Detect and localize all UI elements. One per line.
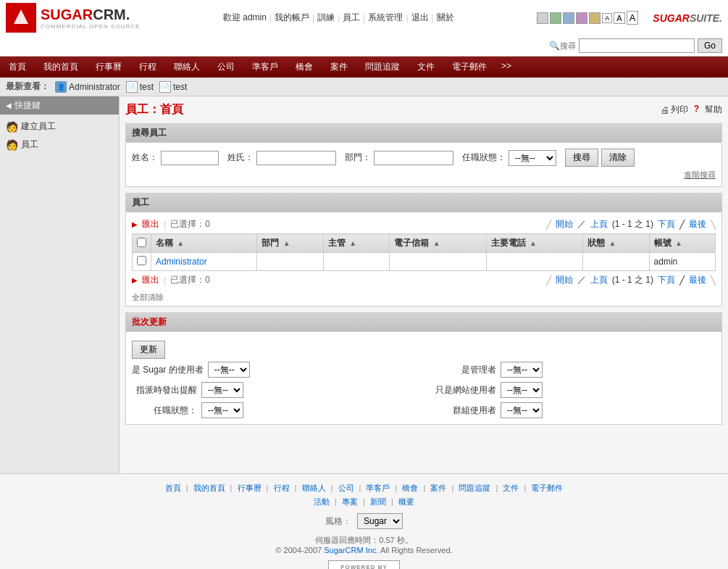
server-info: 伺服器回應時間：0.57 秒。 [9, 535, 719, 546]
nav-activities[interactable]: 行程 [130, 57, 165, 78]
footer-bugs[interactable]: 問題追蹤 [459, 483, 490, 492]
nav-leads[interactable]: 準客戶 [243, 57, 287, 78]
nav-contacts[interactable]: 聯絡人 [165, 57, 209, 78]
recently-viewed-item-admin[interactable]: 👤 Administrator [55, 81, 120, 93]
nav-more[interactable]: >> [495, 57, 517, 75]
font-large-button[interactable]: A [627, 11, 639, 25]
nav-start-link[interactable]: 開始 [556, 218, 573, 230]
logo-icon [6, 3, 36, 33]
search-label: 搜尋 [560, 41, 576, 51]
nav-home[interactable]: 首頁 [0, 57, 35, 78]
last-name-input[interactable] [256, 151, 336, 165]
recently-viewed-item-test1[interactable]: 📄 test [126, 81, 154, 93]
print-link[interactable]: 🖨 列印 [661, 104, 688, 116]
top-nav-logout[interactable]: 退出 [411, 12, 429, 24]
footer-activities-link[interactable]: 活動 [314, 497, 330, 506]
nav-my-home[interactable]: 我的首頁 [35, 57, 87, 78]
bulk-sugar-user-select[interactable]: --無-- [208, 362, 250, 378]
slash-icon: ╱ [546, 220, 551, 230]
row-checkbox[interactable] [137, 256, 146, 265]
bulk-is-admin-label: 是管理者 [431, 364, 496, 376]
theme-gold[interactable] [589, 12, 601, 24]
top-nav-account[interactable]: 我的帳戶 [275, 12, 309, 24]
nav-opportunities[interactable]: 橋會 [287, 57, 322, 78]
top-nav-about[interactable]: 關於 [437, 12, 454, 24]
sidebar-item-create-employee[interactable]: 🧑 建立員工 [0, 117, 119, 136]
nav-end-link[interactable]: 最後 [689, 218, 706, 230]
update-button[interactable]: 更新 [132, 341, 165, 359]
search-submit-button[interactable]: 搜尋 [565, 149, 598, 167]
nav-calendar[interactable]: 行事曆 [87, 57, 130, 78]
bulk-notify-label: 指派時發出提醒 [132, 384, 197, 396]
footer-contacts[interactable]: 聯絡人 [302, 483, 326, 492]
col-manager[interactable]: 主管 ▲ [323, 234, 389, 253]
export-bottom-button[interactable]: 匯出 [142, 274, 159, 286]
col-dept[interactable]: 部門 ▲ [257, 234, 323, 253]
recently-viewed-item-test2[interactable]: 📄 test [159, 81, 187, 93]
nav-bugs[interactable]: 問題追蹤 [356, 57, 409, 78]
theme-gray[interactable] [537, 12, 548, 24]
footer-opportunities[interactable]: 橋會 [402, 483, 418, 492]
col-name[interactable]: 名稱 ▲ [151, 234, 257, 253]
bulk-group-user-select[interactable]: --無-- [501, 402, 543, 418]
nav-companies[interactable]: 公司 [209, 57, 243, 78]
nav-prev-bottom-link[interactable]: 上頁 [590, 274, 608, 286]
export-button[interactable]: 匯出 [142, 218, 159, 230]
footer-leads[interactable]: 準客戶 [366, 483, 390, 492]
theme-green[interactable] [550, 12, 561, 24]
nav-end-bottom-link[interactable]: 最後 [689, 274, 706, 286]
footer-my-home[interactable]: 我的首頁 [193, 483, 225, 492]
first-name-input[interactable] [161, 151, 219, 165]
footer-news-link[interactable]: 新聞 [370, 497, 386, 506]
bulk-job-status-select[interactable]: --無-- [201, 402, 243, 418]
style-select[interactable]: Sugar 默認 [357, 513, 403, 529]
footer-cases[interactable]: 案件 [430, 483, 446, 492]
help-link[interactable]: 幫助 [705, 104, 722, 116]
nav-next-link[interactable]: 下頁 [658, 218, 675, 230]
advanced-search-link[interactable]: 進階搜尋 [132, 170, 716, 180]
dept-input[interactable] [374, 151, 453, 165]
col-status[interactable]: 狀態 ▲ [583, 234, 649, 253]
footer-projects-link[interactable]: 專案 [342, 497, 358, 506]
sidebar-arrow[interactable]: ◀ [6, 101, 12, 109]
search-input[interactable] [579, 38, 695, 53]
select-all-checkbox[interactable] [137, 238, 146, 247]
nav-start-bottom-link[interactable]: 開始 [556, 274, 573, 286]
nav-documents[interactable]: 文件 [409, 57, 443, 78]
top-nav-training[interactable]: 訓練 [317, 12, 335, 24]
font-small-button[interactable]: A [602, 13, 612, 23]
top-nav-employees[interactable]: 員工 [343, 12, 360, 24]
footer-summary-link[interactable]: 概要 [398, 497, 414, 506]
col-phone[interactable]: 主要電話 ▲ [486, 234, 582, 253]
theme-purple[interactable] [576, 12, 587, 24]
rv-test2-label: test [173, 82, 187, 92]
col-email[interactable]: 電子信箱 ▲ [390, 234, 486, 253]
top-nav-admin[interactable]: 系統管理 [368, 12, 403, 24]
col-username[interactable]: 帳號 ▲ [649, 234, 715, 253]
status-field: 任職狀態： --無-- 活躍 非活躍 [462, 150, 556, 166]
nav-cases[interactable]: 案件 [322, 57, 356, 78]
nav-next-bottom-link[interactable]: 下頁 [658, 274, 675, 286]
nav-prev-link[interactable]: 上頁 [590, 218, 608, 230]
search-button[interactable]: Go [698, 38, 722, 53]
employee-link[interactable]: Administrator [156, 257, 207, 267]
sugarcrm-link[interactable]: SugarCRM Inc. [324, 546, 378, 555]
footer-companies[interactable]: 公司 [338, 483, 354, 492]
row-dept-cell [257, 253, 323, 271]
footer-calendar[interactable]: 行事曆 [238, 483, 262, 492]
bulk-is-admin-select[interactable]: --無-- [501, 362, 543, 378]
bulk-website-only-select[interactable]: --無-- [501, 382, 543, 398]
bulk-field-notify: 指派時發出提醒 --無-- [132, 382, 417, 398]
sidebar-item-employees[interactable]: 🧑 員工 [0, 136, 119, 154]
search-clear-button[interactable]: 清除 [601, 149, 635, 167]
bulk-notify-select[interactable]: --無-- [201, 382, 243, 398]
status-select[interactable]: --無-- 活躍 非活躍 [509, 150, 556, 166]
footer-email[interactable]: 電子郵件 [531, 483, 563, 492]
font-medium-button[interactable]: A [614, 12, 624, 24]
nav-email[interactable]: 電子郵件 [443, 57, 495, 78]
footer-documents[interactable]: 文件 [503, 483, 519, 492]
footer-activities[interactable]: 行程 [274, 483, 290, 492]
clear-all-link[interactable]: 全部清除 [132, 292, 716, 303]
footer-home[interactable]: 首頁 [165, 483, 181, 492]
theme-blue-light[interactable] [563, 12, 574, 24]
